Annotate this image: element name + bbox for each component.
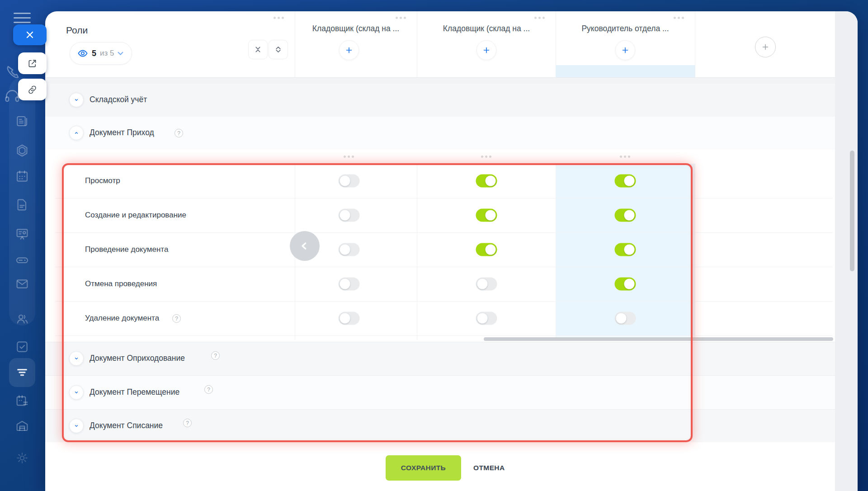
toggle-column-menu[interactable] (344, 156, 354, 158)
section-expand-button[interactable] (69, 419, 84, 433)
permission-row-label: Отмена проведения (85, 279, 157, 288)
column-divider (417, 11, 417, 77)
section-collapse-button[interactable] (69, 126, 84, 140)
permission-toggle[interactable] (615, 278, 636, 291)
copy-link-button[interactable] (18, 79, 47, 100)
expand-icon (274, 46, 282, 53)
collapse-all-button[interactable] (248, 40, 268, 59)
eye-icon (77, 48, 88, 59)
sidebar-item-warehouse-icon[interactable] (12, 416, 32, 436)
sidebar-item-news-icon[interactable] (12, 111, 32, 131)
permission-toggle[interactable] (339, 209, 360, 222)
selected-column-highlight (556, 65, 695, 77)
permission-toggle[interactable] (476, 278, 497, 291)
permission-toggle[interactable] (476, 175, 497, 188)
save-button[interactable]: СОХРАНИТЬ (386, 455, 461, 481)
permission-toggle[interactable] (615, 243, 636, 256)
permission-toggle[interactable] (476, 209, 497, 222)
app-screen: Роли 5 из 5 Кладовщик (склад на ... Клад… (0, 0, 868, 491)
section-label: Документ Списание (90, 421, 163, 430)
scroll-columns-left-button[interactable] (290, 231, 320, 261)
add-permission-to-role-button[interactable] (476, 40, 496, 60)
help-icon[interactable]: ? (175, 129, 183, 137)
expand-all-button[interactable] (269, 40, 288, 59)
roles-modal: Роли 5 из 5 Кладовщик (склад на ... Клад… (45, 11, 858, 491)
sidebar-item-document-icon[interactable] (12, 195, 32, 215)
plus-icon (482, 46, 491, 55)
add-role-button[interactable] (755, 37, 776, 57)
external-link-icon (27, 58, 38, 69)
permission-toggle[interactable] (476, 312, 497, 325)
role-column-menu[interactable] (396, 17, 406, 19)
row-divider (55, 301, 833, 302)
section-expand-button[interactable] (69, 385, 84, 400)
filter-shown-count: 5 (92, 49, 96, 58)
column-divider (556, 164, 556, 340)
sidebar-item-server-icon[interactable] (12, 250, 32, 270)
sidebar-item-hexagon-icon[interactable] (12, 141, 32, 161)
help-icon[interactable]: ? (211, 351, 220, 360)
help-icon[interactable]: ? (204, 385, 213, 394)
permission-row-label: Создание и редактирование (85, 211, 186, 220)
section-row-document-prihod[interactable] (45, 117, 835, 150)
role-column-menu[interactable] (674, 17, 684, 19)
role-column-title: Руководитель отдела ... (562, 24, 689, 33)
section-label: Складской учёт (90, 95, 147, 104)
chevron-down-icon (73, 424, 80, 428)
help-icon[interactable]: ? (172, 314, 181, 323)
plus-icon (621, 46, 630, 55)
cancel-button[interactable]: ОТМЕНА (473, 455, 505, 481)
plus-icon (761, 42, 770, 52)
page-title: Роли (66, 25, 88, 36)
labels-column-menu[interactable] (274, 17, 284, 19)
permission-row-label: Просмотр (85, 176, 120, 185)
section-label: Документ Перемещение (90, 387, 179, 397)
hamburger-menu-icon[interactable] (14, 13, 31, 24)
permission-row-label: Удаление документа (85, 314, 159, 323)
horizontal-scrollbar-thumb[interactable] (484, 337, 833, 341)
open-in-new-window-button[interactable] (18, 52, 47, 74)
close-icon (25, 30, 34, 39)
sidebar-item-mail-icon[interactable] (12, 274, 32, 294)
sidebar-item-filter-icon[interactable] (12, 362, 32, 382)
sidebar-item-presentation-icon[interactable] (12, 224, 32, 244)
permission-toggle[interactable] (615, 175, 636, 188)
sidebar-item-people-icon[interactable] (12, 309, 32, 329)
chevron-down-icon (118, 52, 123, 56)
permission-toggle[interactable] (476, 243, 497, 256)
add-permission-to-role-button[interactable] (615, 40, 635, 60)
spacer-band (45, 78, 835, 84)
section-row-warehouse-accounting[interactable] (45, 84, 835, 117)
help-icon[interactable]: ? (183, 419, 192, 427)
permission-toggle[interactable] (339, 278, 360, 291)
permission-toggle[interactable] (339, 243, 360, 256)
role-column-title: Кладовщик (склад на ... (292, 24, 419, 33)
role-column-menu[interactable] (534, 17, 545, 19)
vertical-scrollbar-thumb[interactable] (850, 151, 854, 271)
sidebar-item-calendar-icon[interactable] (12, 166, 32, 186)
toggle-column-menu[interactable] (620, 156, 630, 158)
close-panel-button[interactable] (13, 24, 47, 45)
sidebar-item-settings-gear-icon[interactable] (12, 448, 32, 468)
sidebar-item-checkbox-icon[interactable] (12, 337, 32, 357)
permission-toggle[interactable] (339, 312, 360, 325)
chevron-up-icon (73, 131, 80, 135)
plus-icon (344, 46, 354, 55)
roles-visibility-filter[interactable]: 5 из 5 (70, 42, 132, 65)
add-permission-to-role-button[interactable] (339, 40, 359, 60)
section-row-document-spisanie[interactable] (45, 409, 835, 442)
permission-toggle[interactable] (615, 312, 636, 325)
row-divider (55, 198, 833, 198)
section-expand-button[interactable] (69, 351, 84, 366)
chevron-down-icon (73, 98, 80, 102)
permission-toggle[interactable] (615, 209, 636, 222)
section-expand-button[interactable] (69, 93, 84, 107)
role-column-title: Кладовщик (склад на ... (423, 24, 550, 33)
row-divider (55, 267, 833, 267)
toggle-column-menu[interactable] (481, 156, 491, 158)
column-divider (295, 11, 295, 77)
sidebar-item-tasks-calendar-icon[interactable] (12, 391, 32, 411)
permission-toggle[interactable] (339, 175, 360, 188)
column-divider (695, 11, 695, 77)
permission-row-label: Проведение документа (85, 245, 168, 254)
